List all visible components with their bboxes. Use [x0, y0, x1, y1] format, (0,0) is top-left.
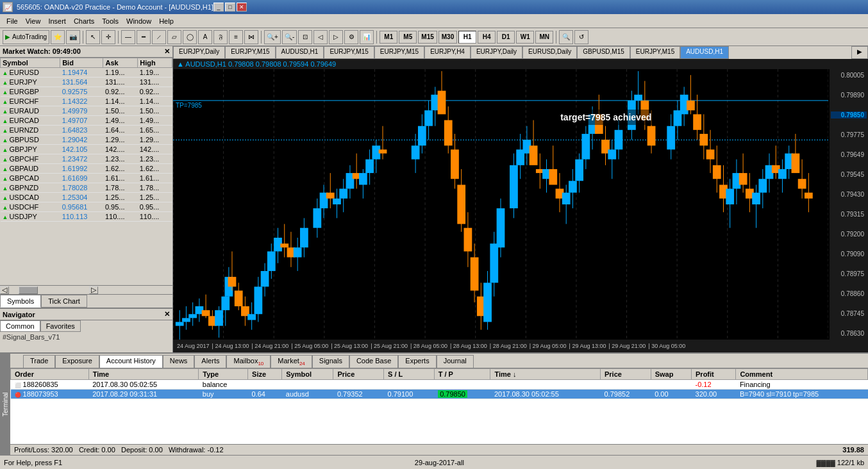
market-watch-row[interactable]: ▲GBPCAD 1.61699 1.61... 1.61...	[1, 174, 172, 183]
scroll-left-btn[interactable]: ◁	[0, 286, 9, 294]
chart-tab-3[interactable]: EURJPY,M15	[324, 46, 374, 59]
terminal-row[interactable]: 🔴 188073953 2017.08.29 09:31:31 buy 0.64…	[11, 390, 868, 399]
tf-d1[interactable]: D1	[497, 31, 515, 44]
td-swap	[651, 380, 691, 390]
scroll-thumb[interactable]	[19, 286, 38, 294]
chart-tab-6[interactable]: EURJPY,Daily	[471, 46, 522, 59]
chart-tab-0[interactable]: EURJPY,Daily	[173, 46, 225, 59]
chart-tab-2[interactable]: AUDUSD,H1	[276, 46, 324, 59]
mw-tab-symbols[interactable]: Symbols	[0, 295, 41, 308]
toolbar-zoomout[interactable]: 🔍-	[282, 30, 297, 44]
toolbar-hline[interactable]: ━	[137, 30, 151, 44]
menu-window[interactable]: Window	[122, 16, 155, 26]
menu-insert[interactable]: Insert	[44, 16, 70, 26]
toolbar-line[interactable]: —	[121, 30, 135, 44]
cursor-tool[interactable]: ↖	[86, 30, 100, 44]
market-watch-row[interactable]: ▲EURGBP 0.92575 0.92... 0.92...	[1, 87, 172, 97]
chart-tab-scroll[interactable]: ▶	[851, 46, 868, 59]
market-watch-row[interactable]: ▲EURCHF 1.14322 1.14... 1.14...	[1, 97, 172, 106]
toolbar-indicators[interactable]: 📊	[360, 30, 374, 44]
term-tab-experts[interactable]: Experts	[398, 355, 436, 368]
toolbar-fibo[interactable]: 𝔉	[213, 30, 228, 44]
total-value: 319.88	[842, 446, 864, 454]
toolbar-zoom-fit[interactable]: ⊡	[298, 30, 312, 44]
chart-tab-4[interactable]: EURJPY,M15	[374, 46, 424, 59]
tf-m1[interactable]: M1	[380, 31, 397, 44]
navigator-close[interactable]: ✕	[164, 310, 170, 318]
nav-tab-common[interactable]: Common	[0, 320, 40, 332]
crosshair-tool[interactable]: ✛	[101, 30, 115, 44]
scroll-right-btn[interactable]: ▷	[89, 286, 98, 294]
toolbar-scroll-right[interactable]: ▷	[329, 30, 343, 44]
term-tab-trade[interactable]: Trade	[23, 355, 55, 368]
nav-item[interactable]: #Signal_Bars_v71	[3, 333, 60, 341]
term-tab-news[interactable]: News	[163, 355, 195, 368]
menu-charts[interactable]: Charts	[70, 16, 98, 26]
chart-canvas[interactable]: 0.80005 0.79890 0.79850 0.79775 0.79649 …	[173, 69, 868, 340]
toolbar-text[interactable]: A	[198, 30, 212, 44]
maximize-button[interactable]: □	[225, 3, 235, 12]
term-tab-account-history[interactable]: Account History	[99, 355, 163, 368]
terminal-row[interactable]: ⬜ 188260835 2017.08.30 05:02:55 balance …	[11, 380, 868, 390]
chart-tab-5[interactable]: EURJPY,H4	[424, 46, 471, 59]
toolbar-refresh[interactable]: ↺	[574, 30, 588, 44]
term-tab-mailbox[interactable]: Mailbox10	[226, 355, 271, 368]
market-watch-row[interactable]: ▲USDJPY 110.113 110.... 110....	[1, 212, 172, 222]
chart-tab-7[interactable]: EURUSD,Daily	[522, 46, 577, 59]
chart-tab-8[interactable]: GBPUSD,M15	[577, 46, 630, 59]
tf-m30[interactable]: M30	[438, 31, 457, 44]
toolbar-scroll-left[interactable]: ◁	[313, 30, 328, 44]
autotrade-label: AutoTrading	[12, 33, 47, 40]
tf-m5[interactable]: M5	[399, 31, 417, 44]
tf-h4[interactable]: H4	[478, 31, 496, 44]
market-watch-row[interactable]: ▲GBPNZD 1.78028 1.78... 1.78...	[1, 183, 172, 193]
market-watch-row[interactable]: ▲EURUSD 1.19474 1.19... 1.19...	[1, 68, 172, 78]
market-watch-scrollbar[interactable]: ◁ ▷	[0, 285, 172, 294]
term-tab-codebase[interactable]: Code Base	[349, 355, 398, 368]
market-watch-row[interactable]: ▲GBPCHF 1.23472 1.23... 1.23...	[1, 154, 172, 164]
term-tab-market[interactable]: Market24	[271, 355, 312, 368]
tf-w1[interactable]: W1	[516, 31, 534, 44]
candle-chart[interactable]	[173, 69, 828, 340]
tf-m15[interactable]: M15	[418, 31, 437, 44]
toolbar-settings[interactable]: ⚙	[344, 30, 358, 44]
market-watch-row[interactable]: ▲GBPJPY 142.105 142.... 142....	[1, 145, 172, 154]
toolbar-channel[interactable]: ≡	[229, 30, 243, 44]
tf-mn[interactable]: MN	[535, 31, 553, 44]
term-tab-signals[interactable]: Signals	[312, 355, 349, 368]
term-tab-journal[interactable]: Journal	[437, 355, 474, 368]
toolbar-gann[interactable]: ⋈	[244, 30, 258, 44]
term-tab-exposure[interactable]: Exposure	[55, 355, 99, 368]
market-watch-row[interactable]: ▲GBPAUD 1.61992 1.62... 1.62...	[1, 164, 172, 174]
chart-tabs: EURJPY,Daily EURJPY,M15 AUDUSD,H1 EURJPY…	[173, 46, 868, 59]
menu-help[interactable]: Help	[155, 16, 178, 26]
toolbar-zoomin[interactable]: 🔍+	[264, 30, 281, 44]
toolbar-draw2[interactable]: ▱	[167, 30, 181, 44]
tf-h1[interactable]: H1	[458, 31, 476, 44]
chart-tab-1[interactable]: EURJPY,M15	[225, 46, 275, 59]
term-tab-alerts[interactable]: Alerts	[194, 355, 226, 368]
market-watch-row[interactable]: ▲GBPUSD 1.29042 1.29... 1.29...	[1, 135, 172, 145]
market-watch-row[interactable]: ▲USDCHF 0.95681 0.95... 0.95...	[1, 202, 172, 212]
menu-view[interactable]: View	[22, 16, 45, 26]
chart-tab-9[interactable]: EURJPY,M15	[630, 46, 680, 59]
menu-file[interactable]: File	[3, 16, 22, 26]
menu-tools[interactable]: Tools	[98, 16, 122, 26]
chart-tab-10[interactable]: AUDUSD,H1	[680, 46, 729, 59]
market-watch-row[interactable]: ▲EURJPY 131.564 131.... 131....	[1, 78, 172, 87]
mw-tab-tick[interactable]: Tick Chart	[41, 295, 87, 308]
market-watch-row[interactable]: ▲EURCAD 1.49707 1.49... 1.49...	[1, 116, 172, 126]
toolbar-draw3[interactable]: ◯	[183, 30, 197, 44]
toolbar-star[interactable]: ⭐	[51, 30, 65, 44]
market-watch-close[interactable]: ✕	[164, 47, 170, 56]
close-button[interactable]: ✕	[237, 3, 247, 12]
toolbar-photo[interactable]: 📷	[66, 30, 80, 44]
minimize-button[interactable]: _	[213, 3, 224, 12]
market-watch-row[interactable]: ▲USDCAD 1.25304 1.25... 1.25...	[1, 193, 172, 202]
toolbar-search[interactable]: 🔍	[559, 30, 573, 44]
market-watch-row[interactable]: ▲EURAUD 1.49979 1.50... 1.50...	[1, 106, 172, 116]
autotrade-toggle[interactable]: ▶ AutoTrading	[3, 30, 49, 44]
market-watch-row[interactable]: ▲EURNZD 1.64823 1.64... 1.65...	[1, 126, 172, 135]
nav-tab-favorites[interactable]: Favorites	[40, 320, 81, 332]
toolbar-draw1[interactable]: ⟋	[152, 30, 166, 44]
